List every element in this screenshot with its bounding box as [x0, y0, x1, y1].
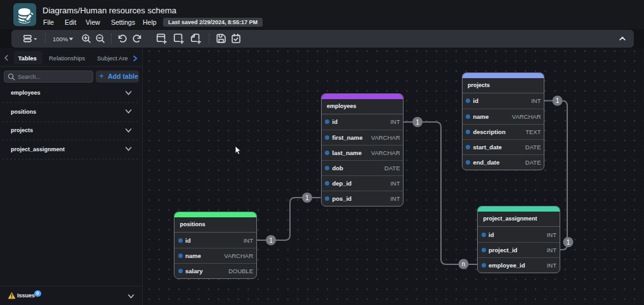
- svg-text:1: 1: [416, 119, 419, 126]
- svg-text:n: n: [462, 261, 466, 268]
- svg-text:1: 1: [269, 237, 273, 244]
- svg-text:1: 1: [305, 194, 309, 201]
- svg-text:1: 1: [567, 239, 570, 246]
- svg-text:1: 1: [556, 97, 560, 104]
